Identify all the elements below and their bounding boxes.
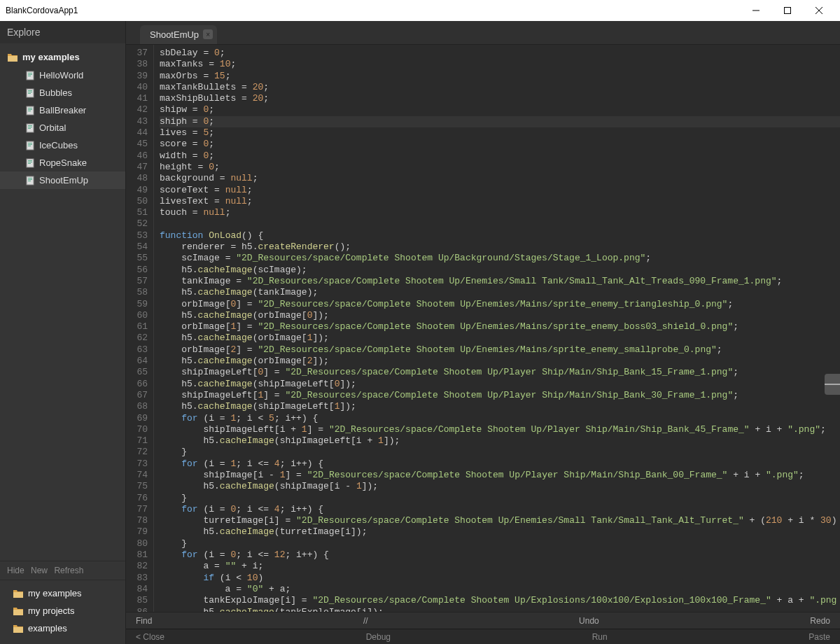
code-content[interactable]: sbDelay = 0;maxTanks = 10;maxOrbs = 15;m… <box>154 45 840 612</box>
window-title: BlankCordovaApp1 <box>6 6 740 15</box>
status-redo[interactable]: Redo <box>800 616 840 626</box>
svg-rect-12 <box>28 93 31 94</box>
folder-icon <box>7 52 18 62</box>
folder-icon <box>13 624 24 634</box>
tree-item-label: RopeSnake <box>39 158 87 168</box>
tree-item-label: HelloWorld <box>39 70 83 80</box>
tree-item-label: Orbital <box>39 122 66 133</box>
status-run[interactable]: Run <box>582 632 617 642</box>
file-icon <box>25 106 35 115</box>
svg-rect-23 <box>28 144 32 145</box>
sidebar: Explore my examples HelloWorldBubblesBal… <box>0 21 126 644</box>
tree-folder-my-examples[interactable]: my examples <box>0 48 125 66</box>
file-icon <box>25 71 35 80</box>
svg-rect-16 <box>28 111 31 111</box>
svg-rect-15 <box>28 109 32 110</box>
file-icon <box>25 158 35 168</box>
editor-area: ShootEmUp × 3738394041424344454647484950… <box>126 21 840 644</box>
status-find[interactable]: Find <box>126 616 162 626</box>
svg-rect-11 <box>28 92 32 92</box>
tree-item-label: ShootEmUp <box>39 175 88 186</box>
tree-item-helloworld[interactable]: HelloWorld <box>0 66 125 84</box>
statusbar-primary: Find // Undo Redo <box>126 612 840 629</box>
svg-rect-7 <box>28 74 32 75</box>
tree-item-shootemup[interactable]: ShootEmUp <box>0 172 125 189</box>
tree-item-bubbles[interactable]: Bubbles <box>0 84 125 102</box>
tree-item-label: BallBreaker <box>39 105 86 115</box>
tree-item-orbital[interactable]: Orbital <box>0 119 125 136</box>
svg-rect-24 <box>28 146 31 146</box>
tree-item-label: IceCubes <box>39 140 78 150</box>
minimize-button[interactable] <box>740 0 771 21</box>
svg-rect-18 <box>28 125 32 126</box>
tab-bar: ShootEmUp × <box>126 21 840 45</box>
bottom-folder-label: my examples <box>28 588 82 598</box>
svg-rect-19 <box>28 127 32 127</box>
svg-rect-26 <box>28 160 32 161</box>
svg-rect-34 <box>13 610 23 615</box>
file-icon <box>25 141 35 150</box>
action-new[interactable]: New <box>31 566 48 575</box>
svg-rect-22 <box>28 143 32 144</box>
bottom-tree: my examplesmy projectsexamples <box>0 580 125 644</box>
status-close[interactable]: < Close <box>126 632 174 642</box>
tab-close-icon[interactable]: × <box>203 29 213 39</box>
side-panel-handle[interactable] <box>825 374 840 395</box>
file-tree: my examples HelloWorldBubblesBallBreaker… <box>0 43 125 561</box>
svg-rect-33 <box>13 592 23 598</box>
svg-rect-4 <box>8 56 18 62</box>
status-paste[interactable]: Paste <box>799 632 840 642</box>
svg-rect-28 <box>28 163 31 164</box>
tree-item-ballbreaker[interactable]: BallBreaker <box>0 102 125 119</box>
action-hide[interactable]: Hide <box>7 566 24 575</box>
statusbar-secondary: < Close Debug Run Paste <box>126 629 840 644</box>
tree-item-ropesnake[interactable]: RopeSnake <box>0 154 125 172</box>
svg-rect-8 <box>28 76 31 76</box>
status-undo[interactable]: Undo <box>569 616 609 626</box>
folder-icon <box>13 589 24 598</box>
titlebar: BlankCordovaApp1 <box>0 0 840 21</box>
tab-label: ShootEmUp <box>150 29 199 40</box>
bottom-folder-my-examples[interactable]: my examples <box>0 584 125 602</box>
tree-folder-label: my examples <box>22 52 80 62</box>
svg-rect-10 <box>28 90 32 91</box>
bottom-folder-label: my projects <box>28 606 74 616</box>
sidebar-actions: Hide New Refresh <box>0 561 125 580</box>
code-editor[interactable]: 3738394041424344454647484950515253545556… <box>126 45 840 612</box>
file-icon <box>25 123 35 133</box>
svg-rect-1 <box>784 8 790 14</box>
tree-item-label: Bubbles <box>39 88 72 98</box>
svg-rect-30 <box>28 178 32 178</box>
tab-shootemup[interactable]: ShootEmUp × <box>140 25 217 44</box>
folder-icon <box>13 606 24 616</box>
file-icon <box>25 176 35 186</box>
bottom-folder-label: examples <box>28 623 67 634</box>
sidebar-header: Explore <box>0 21 125 43</box>
svg-rect-6 <box>28 73 32 74</box>
svg-rect-35 <box>13 627 23 633</box>
file-icon <box>25 88 35 98</box>
line-gutter: 3738394041424344454647484950515253545556… <box>126 45 154 612</box>
bottom-folder-examples[interactable]: examples <box>0 620 125 637</box>
tree-item-icecubes[interactable]: IceCubes <box>0 136 125 154</box>
svg-rect-20 <box>28 128 31 129</box>
svg-rect-27 <box>28 162 32 162</box>
close-button[interactable] <box>803 0 834 21</box>
maximize-button[interactable] <box>771 0 803 21</box>
svg-rect-31 <box>28 179 32 180</box>
status-debug[interactable]: Debug <box>356 632 400 642</box>
action-refresh[interactable]: Refresh <box>54 566 83 575</box>
status-comment[interactable]: // <box>354 616 378 626</box>
svg-rect-32 <box>28 181 31 181</box>
svg-rect-14 <box>28 108 32 108</box>
bottom-folder-my-projects[interactable]: my projects <box>0 602 125 620</box>
